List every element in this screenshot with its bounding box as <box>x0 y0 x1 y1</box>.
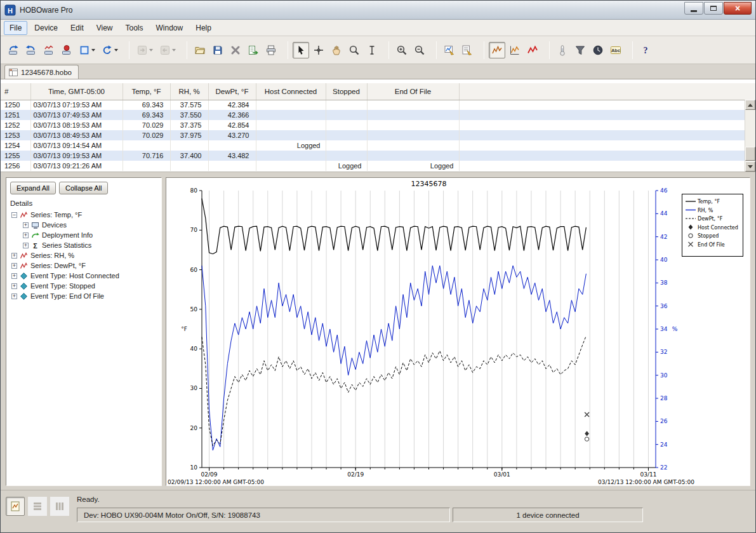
menu-window[interactable]: Window <box>150 21 189 35</box>
y-right-tick-label: 34 <box>660 326 668 332</box>
table-row[interactable]: 125303/07/13 08:49:53 AM70.02937.97543.2… <box>1 130 755 140</box>
menu-help[interactable]: Help <box>190 21 217 35</box>
table-row[interactable]: 125503/07/13 09:19:53 AM70.71637.40043.4… <box>1 151 755 161</box>
tab-datafile[interactable]: 12345678.hobo <box>4 65 79 79</box>
y-left-tick-label: 80 <box>190 187 198 194</box>
expand-node-icon[interactable]: + <box>23 222 29 228</box>
table-view-button[interactable] <box>28 497 47 516</box>
tree-item[interactable]: +Series: RH, % <box>10 250 157 260</box>
expand-node-icon[interactable]: + <box>23 233 29 238</box>
filter-series-button[interactable] <box>99 42 121 58</box>
scatter-plot-button[interactable] <box>524 42 541 58</box>
table-row[interactable]: 125603/07/13 09:21:26 AMLoggedLogged <box>1 161 755 171</box>
view-toggle-buttons <box>6 494 77 532</box>
expand-node-icon[interactable]: + <box>11 283 17 289</box>
annotate-button[interactable]: Abc <box>607 42 624 58</box>
toolbar-separator <box>129 41 129 59</box>
expand-node-icon[interactable]: + <box>11 253 17 259</box>
expand-node-icon[interactable]: + <box>11 263 17 269</box>
menu-tools[interactable]: Tools <box>120 21 149 35</box>
arrow-down-icon <box>748 165 753 168</box>
table-row[interactable]: 125003/07/13 07:19:53 AM69.34337.57542.3… <box>1 100 755 110</box>
column-header[interactable]: Stopped <box>326 83 367 100</box>
zoom-in-button[interactable] <box>394 42 410 58</box>
column-header[interactable]: Host Connected <box>256 83 326 100</box>
copy-graph-icon <box>136 44 148 56</box>
series-icon <box>20 252 28 260</box>
thermometer-button[interactable] <box>554 42 571 58</box>
tree-item[interactable]: −Series: Temp, °F <box>10 210 157 220</box>
column-header[interactable]: End Of File <box>367 83 459 100</box>
y-left-tick-label: 40 <box>190 346 198 352</box>
filter-points-button[interactable] <box>572 42 588 58</box>
help-icon: ? <box>640 44 651 56</box>
table-cell: 37.550 <box>170 110 208 120</box>
menu-device[interactable]: Device <box>29 21 63 35</box>
export-data-button[interactable] <box>245 42 262 58</box>
maximize-button[interactable] <box>704 2 723 15</box>
series-properties-button[interactable] <box>459 42 475 58</box>
paste-graph-button[interactable] <box>157 42 178 58</box>
tree-item[interactable]: +Event Type: Host Connected <box>10 271 157 281</box>
minimize-button[interactable] <box>684 2 703 15</box>
tree-item[interactable]: +Event Type: Stopped <box>10 281 157 291</box>
table-cell <box>367 140 459 151</box>
select-tool-button[interactable] <box>293 42 309 58</box>
column-header[interactable]: RH, % <box>170 83 208 100</box>
crosshair-tool-button[interactable] <box>310 42 327 58</box>
view-graph-button[interactable] <box>489 42 505 58</box>
expand-all-button[interactable]: Expand All <box>10 182 56 194</box>
copy-graph-button[interactable] <box>134 42 156 58</box>
tree-item[interactable]: +Devices <box>10 220 157 230</box>
expand-node-icon[interactable]: + <box>11 273 17 279</box>
scrollbar-thumb[interactable] <box>745 147 755 161</box>
menu-view[interactable]: View <box>91 21 119 35</box>
column-header[interactable]: # <box>1 83 30 100</box>
menu-file[interactable]: File <box>4 21 27 35</box>
collapse-node-icon[interactable]: − <box>11 212 17 218</box>
table-scrollbar[interactable] <box>745 100 755 172</box>
open-file-button[interactable] <box>192 42 208 58</box>
launch-device-button[interactable] <box>5 42 22 58</box>
datafile-icon <box>9 68 18 77</box>
scroll-down-button[interactable] <box>745 161 755 172</box>
table-cell: 70.716 <box>123 151 170 161</box>
select-device-button[interactable] <box>76 42 98 58</box>
text-tool-button[interactable] <box>364 42 380 58</box>
tree-item[interactable]: +ΣSeries Statistics <box>10 240 157 250</box>
readout-plot-button[interactable] <box>41 42 57 58</box>
zoom-tool-button[interactable] <box>346 42 362 58</box>
column-header[interactable]: Temp, °F <box>123 83 170 100</box>
zoom-out-button[interactable] <box>411 42 428 58</box>
expand-node-icon[interactable]: + <box>11 293 17 299</box>
pan-tool-button[interactable] <box>328 42 345 58</box>
table-row[interactable]: 125103/07/13 07:49:53 AM69.34337.55042.3… <box>1 110 755 120</box>
tree-item[interactable]: +Deployment Info <box>10 230 157 240</box>
save-file-button[interactable] <box>209 42 226 58</box>
scroll-up-button[interactable] <box>745 100 755 110</box>
plot-view-button[interactable] <box>6 497 25 516</box>
y-left-tick-label: 10 <box>190 464 198 471</box>
expand-node-icon[interactable]: + <box>23 243 29 248</box>
plot-canvas[interactable]: 1020304050607080222426283032343638404244… <box>166 178 750 486</box>
table-row[interactable]: 125403/07/13 09:14:54 AMLogged <box>1 140 755 151</box>
print-button[interactable] <box>263 42 279 58</box>
table-row[interactable]: 125203/07/13 08:19:53 AM70.02937.37542.8… <box>1 120 755 130</box>
graph-format-button[interactable] <box>507 42 523 58</box>
column-header[interactable]: DewPt, °F <box>208 83 256 100</box>
menu-edit[interactable]: Edit <box>65 21 90 35</box>
help-button[interactable]: ? <box>637 42 654 58</box>
graph-options-button[interactable] <box>441 42 458 58</box>
readout-device-button[interactable] <box>23 42 39 58</box>
paste-graph-icon <box>159 44 171 56</box>
tree-item[interactable]: +Event Type: End Of File <box>10 291 157 301</box>
collapse-all-button[interactable]: Collapse All <box>59 182 108 194</box>
tree-item[interactable]: +Series: DewPt, °F <box>10 260 157 271</box>
title-bar[interactable]: H HOBOware Pro × <box>1 1 755 20</box>
stop-device-button[interactable] <box>58 42 75 58</box>
close-file-button[interactable] <box>227 42 244 58</box>
details-view-button[interactable] <box>50 497 69 516</box>
clock-button[interactable] <box>590 42 606 58</box>
close-button[interactable]: × <box>724 2 752 15</box>
column-header[interactable]: Time, GMT-05:00 <box>30 83 123 100</box>
